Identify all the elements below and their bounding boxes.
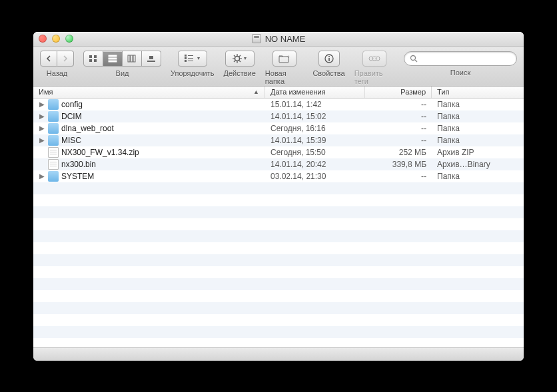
folder-icon — [48, 171, 59, 182]
svg-rect-0 — [89, 55, 92, 58]
table-row — [33, 242, 524, 254]
column-headers: Имя ▲ Дата изменения Размер Тип — [33, 87, 524, 98]
info-button[interactable] — [318, 51, 340, 67]
svg-rect-10 — [149, 56, 153, 59]
back-button[interactable] — [40, 51, 57, 67]
table-row[interactable]: ▶DCIM14.01.14, 15:02--Папка — [33, 110, 524, 122]
newfolder-button[interactable]: + — [273, 51, 296, 67]
svg-rect-23 — [328, 58, 330, 61]
forward-button[interactable] — [57, 51, 74, 67]
search-input[interactable] — [420, 54, 511, 63]
disclosure-triangle-icon[interactable]: ▶ — [39, 112, 45, 120]
table-row[interactable]: ▶MISC14.01.14, 15:39--Папка — [33, 134, 524, 146]
folder-icon — [48, 123, 59, 134]
zoom-icon[interactable] — [65, 35, 73, 43]
file-name: NX300_FW_v1.34.zip — [61, 148, 139, 157]
header-type[interactable]: Тип — [432, 87, 524, 98]
icon-view-button[interactable] — [83, 51, 103, 67]
svg-rect-13 — [185, 57, 187, 59]
arrange-button[interactable]: ▾ — [178, 51, 207, 67]
svg-rect-16 — [188, 58, 193, 59]
svg-rect-8 — [131, 55, 133, 62]
header-date-label: Дата изменения — [271, 88, 326, 96]
file-name: DCIM — [61, 112, 82, 121]
tags-label: Править теги — [354, 69, 394, 85]
file-date: 14.01.14, 15:02 — [265, 112, 365, 121]
disk-icon — [252, 34, 261, 43]
chevron-left-icon — [45, 55, 52, 62]
file-size: -- — [365, 112, 432, 121]
file-type: Папка — [432, 100, 524, 109]
coverflow-view-button[interactable] — [142, 51, 161, 67]
file-size: 252 МБ — [365, 148, 432, 157]
titlebar: NO NAME — [33, 32, 524, 47]
table-row — [33, 290, 524, 302]
arrange-icon — [185, 55, 195, 63]
toolbar: Назад Вид ▾ — [33, 47, 524, 87]
svg-rect-12 — [185, 55, 187, 57]
file-size: -- — [365, 100, 432, 109]
table-row — [33, 338, 524, 347]
svg-rect-14 — [185, 60, 187, 62]
info-icon — [324, 54, 334, 63]
folder-icon — [48, 135, 59, 146]
traffic-lights — [39, 35, 73, 43]
header-date[interactable]: Дата изменения — [265, 87, 365, 98]
file-name: dlna_web_root — [61, 124, 114, 133]
table-row[interactable]: ▶SYSTEM03.02.14, 21:30--Папка — [33, 170, 524, 182]
table-row — [33, 230, 524, 242]
svg-line-28 — [415, 60, 417, 62]
file-size: -- — [365, 136, 432, 145]
table-row — [33, 182, 524, 194]
header-size-label: Размер — [400, 88, 426, 96]
coverflow-icon — [147, 55, 156, 63]
svg-point-18 — [235, 56, 240, 61]
close-icon[interactable] — [39, 35, 47, 43]
arrange-group: ▾ Упорядочить — [171, 51, 214, 77]
status-bar — [33, 347, 524, 361]
svg-rect-2 — [89, 59, 92, 62]
action-button[interactable]: ▾ — [225, 51, 255, 67]
disclosure-triangle-icon[interactable]: ▶ — [39, 124, 45, 132]
svg-rect-5 — [109, 58, 117, 59]
svg-text:+: + — [286, 54, 290, 60]
search-field[interactable] — [404, 51, 517, 66]
svg-rect-1 — [94, 55, 97, 58]
table-row[interactable]: NX300_FW_v1.34.zipСегодня, 15:50252 МБАр… — [33, 146, 524, 158]
table-row[interactable]: ▶config15.01.14, 1:42--Папка — [33, 98, 524, 110]
file-date: Сегодня, 16:16 — [265, 124, 365, 133]
svg-rect-3 — [94, 59, 97, 62]
header-size[interactable]: Размер — [365, 87, 432, 98]
action-label: Действие — [223, 69, 255, 77]
header-type-label: Тип — [437, 88, 449, 96]
file-date: Сегодня, 15:50 — [265, 148, 365, 157]
gear-icon — [233, 54, 242, 63]
file-size: 339,8 МБ — [365, 160, 432, 169]
header-name[interactable]: Имя ▲ — [33, 87, 265, 98]
columns-icon — [127, 55, 137, 63]
table-row[interactable]: ▶dlna_web_rootСегодня, 16:16--Папка — [33, 122, 524, 134]
table-row[interactable]: nx300.bin14.01.14, 20:42339,8 МБАрхив…Bi… — [33, 158, 524, 170]
table-row — [33, 218, 524, 230]
view-group: Вид — [83, 51, 161, 77]
list-view-button[interactable] — [103, 51, 123, 67]
minimize-icon[interactable] — [52, 35, 60, 43]
folder-icon — [48, 99, 59, 110]
tags-group: Править теги — [354, 51, 394, 85]
disclosure-triangle-icon[interactable]: ▶ — [39, 172, 45, 180]
file-date: 14.01.14, 15:39 — [265, 136, 365, 145]
tags-button[interactable] — [362, 51, 386, 67]
file-type: Архив…Binary — [432, 160, 524, 169]
svg-point-22 — [328, 56, 330, 57]
table-row — [33, 206, 524, 218]
list-icon — [108, 55, 117, 63]
table-row — [33, 326, 524, 338]
disclosure-triangle-icon[interactable]: ▶ — [39, 136, 45, 144]
search-icon — [410, 55, 418, 63]
header-name-label: Имя — [39, 88, 53, 96]
file-date: 03.02.14, 21:30 — [265, 172, 365, 181]
column-view-button[interactable] — [123, 51, 142, 67]
action-group: ▾ Действие — [223, 51, 255, 77]
file-type: Папка — [432, 124, 524, 133]
disclosure-triangle-icon[interactable]: ▶ — [39, 100, 45, 108]
